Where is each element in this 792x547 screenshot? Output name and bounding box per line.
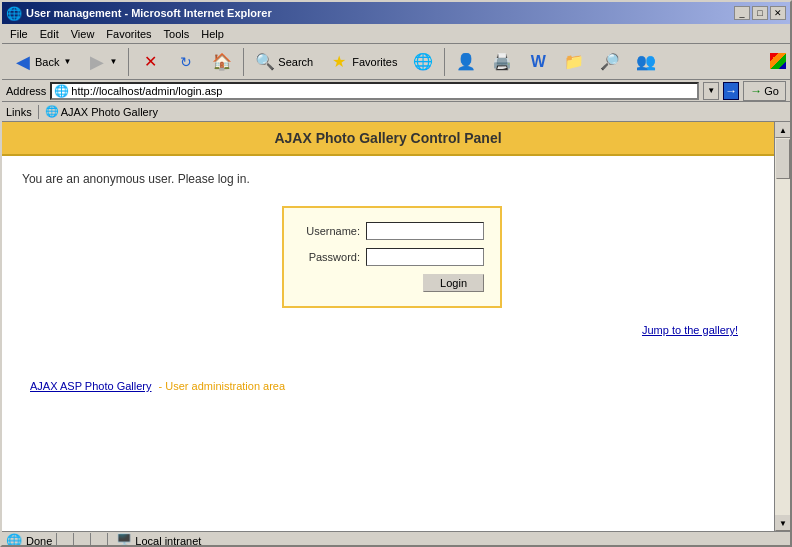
home-icon: 🏠 bbox=[212, 52, 232, 72]
favorites-button[interactable]: ★ Favorites bbox=[322, 49, 404, 75]
footer-link[interactable]: AJAX ASP Photo Gallery bbox=[30, 380, 151, 392]
back-label: Back bbox=[35, 56, 59, 68]
window-title: User management - Microsoft Internet Exp… bbox=[26, 7, 272, 19]
research-button[interactable]: 🔎 bbox=[593, 49, 627, 75]
address-input[interactable] bbox=[71, 85, 695, 97]
jump-to-gallery-link[interactable]: Jump to the gallery! bbox=[642, 324, 738, 336]
username-label: Username: bbox=[300, 225, 360, 237]
password-label: Password: bbox=[300, 251, 360, 263]
toolbar-spacer bbox=[766, 53, 786, 71]
mail-icon: 👤 bbox=[456, 52, 476, 72]
jump-link-container: Jump to the gallery! bbox=[22, 324, 754, 336]
go-label: Go bbox=[764, 85, 779, 97]
research-icon: 🔎 bbox=[600, 52, 620, 72]
vertical-scrollbar: ▲ ▼ bbox=[774, 122, 790, 531]
menu-help[interactable]: Help bbox=[195, 26, 230, 42]
menu-file[interactable]: File bbox=[4, 26, 34, 42]
links-page-icon: 🌐 bbox=[45, 105, 59, 118]
page-content: AJAX Photo Gallery Control Panel You are… bbox=[2, 122, 774, 531]
menu-favorites[interactable]: Favorites bbox=[100, 26, 157, 42]
login-box: Username: Password: Login bbox=[282, 206, 502, 308]
footer-desc: - User administration area bbox=[159, 380, 286, 392]
empty-zone-3 bbox=[90, 533, 107, 547]
close-button[interactable]: ✕ bbox=[770, 6, 786, 20]
folder-icon: 📁 bbox=[564, 52, 584, 72]
zone-label: Local intranet bbox=[135, 535, 201, 547]
media-button[interactable]: 🌐 bbox=[406, 49, 440, 75]
word-icon: W bbox=[528, 52, 548, 72]
status-bar: 🌐 Done 🖥️ Local intranet bbox=[2, 531, 790, 547]
back-icon: ◀ bbox=[13, 52, 33, 72]
stop-button[interactable]: ✕ bbox=[133, 49, 167, 75]
go-arrow-icon: → bbox=[750, 84, 762, 98]
status-zones: 🖥️ Local intranet bbox=[56, 533, 209, 547]
scroll-track[interactable] bbox=[775, 138, 790, 515]
toolbar-separator-3 bbox=[444, 48, 445, 76]
login-btn-row: Login bbox=[300, 274, 484, 292]
status-text: Done bbox=[26, 535, 52, 547]
page-icon: 🌐 bbox=[54, 84, 69, 98]
username-input[interactable] bbox=[366, 222, 484, 240]
footer-links: AJAX ASP Photo Gallery - User administra… bbox=[22, 376, 754, 396]
refresh-icon: ↻ bbox=[176, 52, 196, 72]
windows-flag-icon bbox=[770, 53, 786, 69]
search-label: Search bbox=[278, 56, 313, 68]
messenger-button[interactable]: 👥 bbox=[629, 49, 663, 75]
mail-button[interactable]: 👤 bbox=[449, 49, 483, 75]
zone-icon: 🖥️ bbox=[116, 533, 132, 547]
menu-edit[interactable]: Edit bbox=[34, 26, 65, 42]
back-button[interactable]: ◀ Back ▼ bbox=[6, 49, 78, 75]
address-label: Address bbox=[6, 85, 46, 97]
links-item-ajax-gallery[interactable]: 🌐 AJAX Photo Gallery bbox=[45, 105, 158, 118]
forward-icon: ▶ bbox=[87, 52, 107, 72]
login-button[interactable]: Login bbox=[423, 274, 484, 292]
page-header-text: AJAX Photo Gallery Control Panel bbox=[274, 130, 501, 146]
search-icon: 🔍 bbox=[255, 52, 275, 72]
scroll-thumb[interactable] bbox=[776, 139, 790, 179]
empty-zone-1 bbox=[56, 533, 73, 547]
favorites-label: Favorites bbox=[352, 56, 397, 68]
print-icon: 🖨️ bbox=[492, 52, 512, 72]
username-row: Username: bbox=[300, 222, 484, 240]
word-button[interactable]: W bbox=[521, 49, 555, 75]
maximize-button[interactable]: □ bbox=[752, 6, 768, 20]
title-bar-icon: 🌐 bbox=[6, 6, 22, 21]
page-header: AJAX Photo Gallery Control Panel bbox=[2, 122, 774, 156]
menu-view[interactable]: View bbox=[65, 26, 101, 42]
back-dropdown-icon: ▼ bbox=[63, 57, 71, 66]
scroll-down-button[interactable]: ▼ bbox=[775, 515, 790, 531]
stop-icon: ✕ bbox=[140, 52, 160, 72]
refresh-button[interactable]: ↻ bbox=[169, 49, 203, 75]
minimize-button[interactable]: _ bbox=[734, 6, 750, 20]
address-go-arrow[interactable]: → bbox=[723, 82, 739, 100]
menu-bar: File Edit View Favorites Tools Help bbox=[2, 24, 790, 44]
password-input[interactable] bbox=[366, 248, 484, 266]
forward-dropdown-icon: ▼ bbox=[109, 57, 117, 66]
folder-button[interactable]: 📁 bbox=[557, 49, 591, 75]
toolbar: ◀ Back ▼ ▶ ▼ ✕ ↻ 🏠 🔍 Search ★ Fa bbox=[2, 44, 790, 80]
print-button[interactable]: 🖨️ bbox=[485, 49, 519, 75]
links-item-label: AJAX Photo Gallery bbox=[61, 106, 158, 118]
toolbar-separator-1 bbox=[128, 48, 129, 76]
go-button[interactable]: → Go bbox=[743, 81, 786, 101]
links-label: Links bbox=[6, 106, 32, 118]
scroll-up-button[interactable]: ▲ bbox=[775, 122, 790, 138]
links-separator bbox=[38, 105, 39, 119]
links-bar: Links 🌐 AJAX Photo Gallery bbox=[2, 102, 790, 122]
browser-area: AJAX Photo Gallery Control Panel You are… bbox=[2, 122, 790, 531]
menu-tools[interactable]: Tools bbox=[158, 26, 196, 42]
page-body: You are an anonymous user. Please log in… bbox=[2, 156, 774, 412]
address-input-wrap: 🌐 bbox=[50, 82, 699, 100]
toolbar-separator-2 bbox=[243, 48, 244, 76]
status-icon: 🌐 bbox=[6, 533, 22, 547]
address-dropdown-button[interactable]: ▼ bbox=[703, 82, 719, 100]
media-icon: 🌐 bbox=[413, 52, 433, 72]
password-row: Password: bbox=[300, 248, 484, 266]
title-bar-controls: _ □ ✕ bbox=[734, 6, 786, 20]
messenger-icon: 👥 bbox=[636, 52, 656, 72]
forward-button[interactable]: ▶ ▼ bbox=[80, 49, 124, 75]
title-bar: 🌐 User management - Microsoft Internet E… bbox=[2, 2, 790, 24]
search-button[interactable]: 🔍 Search bbox=[248, 49, 320, 75]
home-button[interactable]: 🏠 bbox=[205, 49, 239, 75]
anon-message: You are an anonymous user. Please log in… bbox=[22, 172, 754, 186]
